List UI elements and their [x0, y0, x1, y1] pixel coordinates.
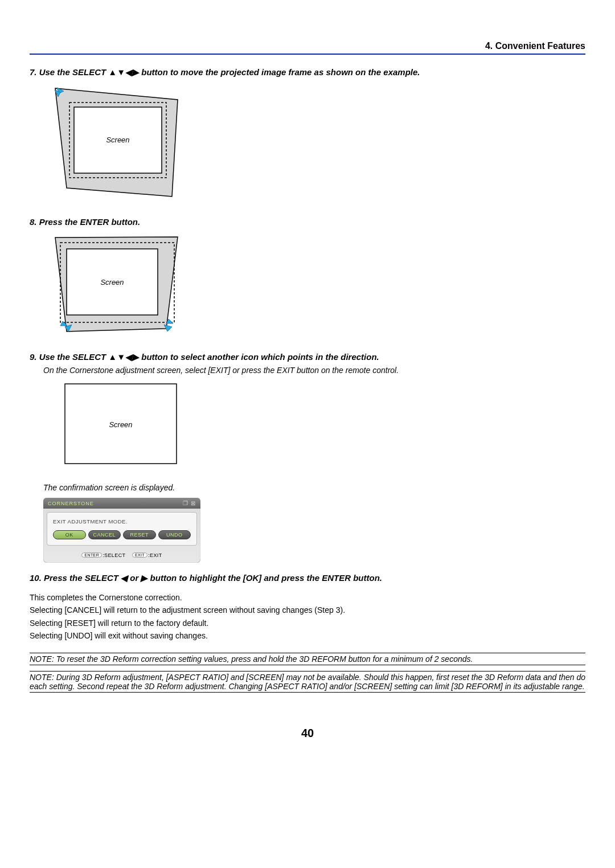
note-2: NOTE: During 3D Reform adjustment, [ASPE…: [30, 671, 585, 693]
body-line-3: Selecting [RESET] will return to the fac…: [30, 617, 585, 629]
step-9-sub: On the Cornerstone adjustment screen, se…: [43, 366, 585, 375]
step-7-text: 7. Use the SELECT ▲▼◀▶ button to move th…: [30, 67, 420, 77]
exit-key-icon: EXIT: [132, 552, 147, 558]
enter-label: :SELECT: [102, 552, 125, 558]
dialog-title: CORNERSTONE: [48, 501, 94, 506]
step-9-after: The confirmation screen is displayed.: [43, 483, 585, 492]
dialog-buttons: OK CANCEL RESET UNDO: [53, 530, 191, 539]
body-line-1: This completes the Cornerstone correctio…: [30, 591, 585, 604]
step-10: 10. Press the SELECT ◀ or ▶ button to hi…: [30, 573, 585, 583]
step-8: 8. Press the ENTER button.: [30, 217, 585, 227]
body-line-2: Selecting [CANCEL] will return to the ad…: [30, 604, 585, 616]
step-9: 9. Use the SELECT ▲▼◀▶ button to select …: [30, 352, 585, 362]
cancel-button[interactable]: CANCEL: [88, 530, 121, 539]
dialog-titlebar-icons: ❐ ⊠: [183, 500, 196, 506]
dialog-message: EXIT ADJUSTMENT MODE.: [53, 518, 191, 525]
note-1: NOTE: To reset the 3D Reform correction …: [30, 653, 585, 665]
undo-button[interactable]: UNDO: [158, 530, 191, 539]
figure-step7: Screen: [52, 85, 585, 201]
screen-label: Screen: [100, 278, 124, 286]
figure-step9: Screen: [64, 383, 585, 467]
dialog-body: EXIT ADJUSTMENT MODE. OK CANCEL RESET UN…: [47, 512, 197, 546]
ok-button[interactable]: OK: [53, 530, 86, 539]
page-number: 40: [30, 727, 585, 740]
confirmation-dialog: CORNERSTONE ❐ ⊠ EXIT ADJUSTMENT MODE. OK…: [43, 498, 200, 563]
chapter-header: 4. Convenient Features: [30, 41, 585, 55]
body-line-4: Selecting [UNDO] will exit without savin…: [30, 629, 585, 642]
step-10-text: 10. Press the SELECT ◀ or ▶ button to hi…: [30, 573, 382, 583]
exit-label: :EXIT: [148, 552, 162, 558]
enter-key-icon: ENTER: [81, 552, 102, 558]
step-9-text: 9. Use the SELECT ▲▼◀▶ button to select …: [30, 352, 379, 362]
dialog-footer: ENTER:SELECT EXIT:EXIT: [43, 549, 200, 563]
reset-button[interactable]: RESET: [123, 530, 156, 539]
body-text: This completes the Cornerstone correctio…: [30, 591, 585, 642]
step-7: 7. Use the SELECT ▲▼◀▶ button to move th…: [30, 67, 585, 77]
figure-step8: Screen: [52, 235, 585, 336]
screen-label: Screen: [106, 136, 129, 144]
dialog-titlebar: CORNERSTONE ❐ ⊠: [43, 498, 200, 509]
screen-label: Screen: [109, 420, 132, 429]
